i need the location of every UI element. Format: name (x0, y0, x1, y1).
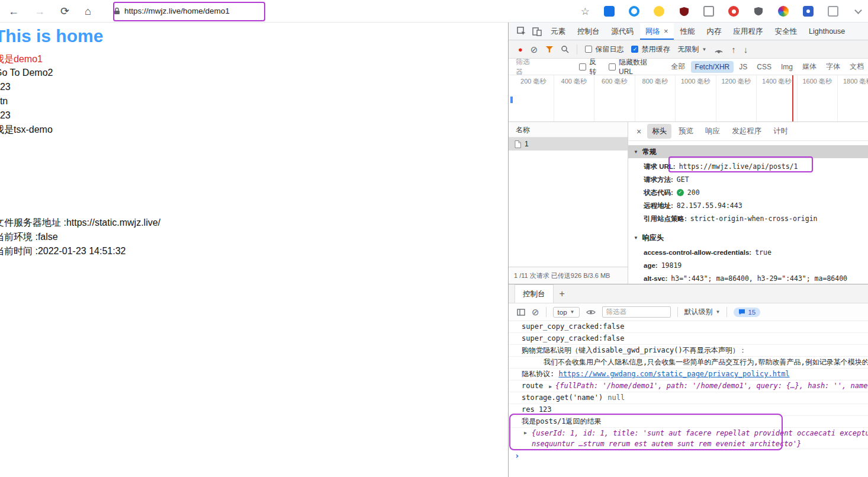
console-message: 我们不会收集用户个人隐私信息,只会收集一些简单的产品交互行为,帮助改善产品,例如… (509, 357, 868, 369)
extension-icon[interactable] (654, 6, 664, 17)
filter-pill-doc[interactable]: 文档 (846, 60, 868, 73)
close-icon[interactable]: × (633, 127, 645, 136)
detail-tabbar: × 标头 预览 响应 发起程序 计时 (628, 122, 868, 141)
response-headers-section-header[interactable]: ▼ 响应头 (628, 231, 868, 244)
console-messages: super_copy_cracked:false super_copy_crac… (509, 321, 868, 477)
page-content: This is home 我是demo1 Go To Demo2 123 btn… (0, 23, 507, 477)
console-message: ▶ {userId: 1, id: 1, title: 'sunt aut fa… (509, 428, 868, 449)
privacy-policy-link[interactable]: https://www.gwdang.com/static_page/priva… (558, 370, 789, 378)
button-123[interactable]: 123 (0, 80, 507, 94)
network-timeline[interactable]: 200 毫秒 400 毫秒 600 毫秒 800 毫秒 1000 毫秒 1200… (509, 75, 868, 122)
clear-console-icon[interactable]: ⊘ (532, 308, 539, 316)
tab-response[interactable]: 响应 (700, 124, 725, 139)
inspect-icon[interactable] (515, 27, 529, 36)
divider (577, 44, 577, 55)
filter-pill-js[interactable]: JS (735, 61, 751, 73)
extension-icon[interactable] (629, 6, 639, 17)
message-count-badge[interactable]: 15 (734, 308, 760, 317)
server-address-text: 文件服务器地址 :https://static.mwjz.live/ (0, 216, 507, 230)
tab-application[interactable]: 应用程序 (728, 23, 769, 40)
context-selector[interactable]: top ▼ (553, 307, 580, 318)
tab-memory[interactable]: 内存 (702, 23, 727, 40)
filter-pill-media[interactable]: 媒体 (798, 60, 821, 73)
tab-performance[interactable]: 性能 (675, 23, 700, 40)
console-toolbar: ⊘ top ▼ 筛选器 默认级别 ▼ 15 (509, 303, 868, 321)
chevron-down-icon: ▼ (716, 309, 721, 315)
chevron-extension-icon[interactable] (853, 6, 863, 17)
disable-cache-checkbox[interactable]: ✓ 禁用缓存 (631, 44, 670, 55)
filter-pill-css[interactable]: CSS (753, 61, 776, 73)
checkbox-unchecked[interactable] (609, 63, 616, 71)
console-sidebar-icon[interactable] (517, 309, 525, 316)
extension-icon[interactable] (828, 6, 838, 17)
favorites-star-icon[interactable]: ☆ (581, 5, 590, 18)
import-har-icon[interactable]: ↑ (731, 45, 736, 54)
filter-pill-img[interactable]: Img (777, 61, 797, 73)
request-row[interactable]: 1 (509, 137, 628, 151)
general-rows: 请求 URL: https://mwjz.live/api/posts/1 请求… (628, 160, 868, 225)
tab-security[interactable]: 安全性 (770, 23, 803, 40)
expand-icon[interactable]: ▶ (549, 384, 552, 389)
tab-console[interactable]: 控制台 (572, 23, 605, 40)
clear-icon[interactable]: ⊘ (531, 45, 538, 54)
log-level-dropdown[interactable]: 默认级别 ▼ (684, 307, 721, 317)
add-tab-icon[interactable]: + (560, 285, 565, 303)
tab-sources[interactable]: 源代码 (606, 23, 639, 40)
device-toolbar-icon[interactable] (530, 27, 544, 36)
throttling-dropdown[interactable]: 无限制 ▼ (677, 44, 706, 55)
tab-preview[interactable]: 预览 (674, 124, 698, 139)
export-har-icon[interactable]: ↓ (744, 45, 748, 54)
tab-headers[interactable]: 标头 (647, 124, 671, 139)
url-text[interactable]: https://mwjz.live/home/demo1 (124, 7, 230, 15)
address-bar[interactable]: https://mwjz.live/home/demo1 (108, 2, 253, 20)
button-btn[interactable]: btn (0, 94, 507, 108)
checkbox-unchecked[interactable] (579, 63, 586, 71)
name-column-header[interactable]: 名称 (509, 122, 628, 137)
filter-pill-all[interactable]: 全部 (667, 60, 690, 73)
shield-extension-icon[interactable] (753, 6, 764, 17)
timeline-load-marker (792, 75, 793, 121)
tab-lighthouse[interactable]: Lighthouse (803, 23, 850, 40)
network-filter-input[interactable]: 筛选器 (516, 59, 536, 75)
checkbox-checked[interactable]: ✓ (631, 46, 638, 53)
extension-icon[interactable] (703, 6, 714, 17)
filter-icon[interactable] (545, 46, 553, 53)
expand-icon[interactable]: ▶ (524, 430, 527, 436)
tab-initiator[interactable]: 发起程序 (727, 124, 766, 139)
console-filter-input[interactable]: 筛选器 (602, 306, 671, 318)
eye-icon[interactable] (586, 309, 596, 315)
shield-extension-icon[interactable] (679, 6, 689, 17)
checkbox-unchecked[interactable] (585, 46, 592, 53)
reload-icon[interactable]: ⟳ (60, 6, 69, 17)
tab-network[interactable]: 网络 × (640, 23, 674, 40)
general-section-header[interactable]: ▼ 常规 (628, 145, 868, 158)
back-icon[interactable]: ← (8, 6, 19, 17)
console-input-row[interactable]: › (509, 449, 868, 462)
close-icon[interactable]: × (664, 23, 668, 40)
invert-checkbox[interactable]: 反转 (579, 59, 602, 75)
tsx-demo-text: 我是tsx-demo (0, 123, 507, 137)
request-waterfall-bar (510, 97, 513, 103)
goto-demo2-link[interactable]: Go To Demo2 (0, 66, 507, 80)
console-message: storage.get('name')null (509, 392, 868, 404)
home-icon[interactable]: ⌂ (85, 6, 91, 17)
extension-icon[interactable] (803, 6, 814, 17)
tab-console-drawer[interactable]: 控制台 (515, 284, 554, 303)
tab-elements[interactable]: 元素 (545, 23, 571, 40)
devtools-tabbar: 元素 控制台 源代码 网络 × 性能 内存 应用程序 安全性 Lighthous… (509, 23, 868, 40)
record-icon[interactable]: ● (518, 46, 523, 53)
extension-icon[interactable] (604, 6, 615, 17)
pinwheel-extension-icon[interactable] (778, 6, 789, 17)
chevron-down-icon: ▼ (702, 47, 706, 52)
extensions-area: ☆ (581, 0, 863, 23)
filter-pill-fetch-xhr[interactable]: Fetch/XHR (691, 61, 734, 73)
network-conditions-icon[interactable] (714, 46, 724, 53)
extension-icon[interactable] (728, 6, 739, 17)
search-icon[interactable] (561, 45, 569, 53)
forward-icon: → (34, 6, 45, 17)
console-message: super_copy_cracked:false (509, 333, 868, 345)
hide-data-urls-checkbox[interactable]: 隐藏数据 URL (609, 59, 661, 75)
tab-timing[interactable]: 计时 (769, 124, 793, 139)
filter-pill-font[interactable]: 字体 (822, 60, 844, 73)
preserve-log-checkbox[interactable]: 保留日志 (585, 44, 623, 55)
